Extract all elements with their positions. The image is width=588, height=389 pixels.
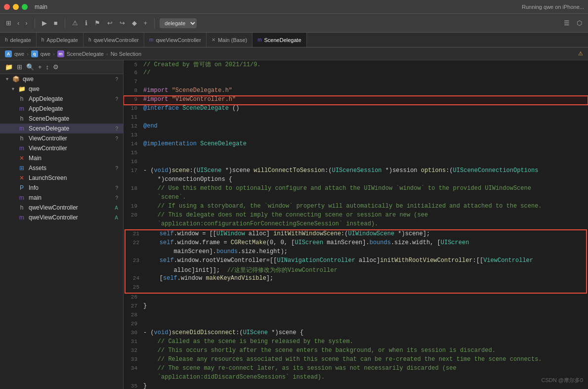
forward-icon[interactable]: ›	[23, 18, 29, 28]
sidebar-item-qwevc-h[interactable]: h qweViewController A	[0, 203, 123, 213]
sidebar-add-icon[interactable]: +	[38, 63, 42, 71]
grid-icon[interactable]: ⊞	[4, 18, 13, 28]
sidebar-sort-icon[interactable]: ↕	[46, 63, 49, 71]
sidebar-item-viewcontroller-m[interactable]: m ViewController	[0, 143, 123, 153]
line-content-26	[143, 294, 588, 301]
code-line-10: 10 @interface SceneDelegate ()	[124, 105, 588, 114]
line-num-12: 12	[124, 123, 143, 129]
tab-close-main[interactable]: ✕	[211, 37, 215, 43]
sidebar-header-icons: 📁 ⊞ 🔍 + ↕ ⚙	[5, 63, 59, 71]
qwe-folder-icon: 📁	[18, 86, 26, 92]
toolbar-sep-1	[35, 18, 35, 28]
sidebar-item-appdelegate-m[interactable]: m AppDelegate	[0, 104, 123, 114]
tab-qwevc-m[interactable]: m qweViewController	[144, 33, 207, 47]
line-content-31: // Called as the scene is being released…	[143, 338, 588, 345]
redo-icon[interactable]: ↪	[118, 18, 127, 28]
code-line-26: 26	[124, 294, 588, 303]
sidebar-item-main-m[interactable]: m main ?	[0, 193, 123, 203]
code-line-16: 16	[124, 158, 588, 167]
run-button[interactable]: ▶	[40, 18, 49, 28]
sidebar-item-scenedelegate-m[interactable]: m SceneDelegate ?	[0, 124, 123, 133]
tab-main-base[interactable]: ✕ Main (Base)	[207, 33, 252, 47]
sidebar-label-main-storyboard: Main	[29, 155, 118, 162]
sidebar-header: 📁 ⊞ 🔍 + ↕ ⚙	[0, 60, 123, 74]
warning-icon[interactable]: ⚠	[70, 18, 80, 28]
sidebar-item-appdelegate-h[interactable]: h AppDelegate ?	[0, 94, 123, 104]
breakpoint-icon[interactable]: ◆	[130, 18, 139, 28]
sidebar-q-6: ?	[115, 195, 118, 201]
line-content-22-cont: mainScreen].bounds.size.height);	[145, 248, 586, 255]
sidebar-item-main-storyboard[interactable]: ✕ Main	[0, 153, 123, 163]
line-content-9: #import "ViewController.h"	[143, 96, 588, 103]
sidebar-settings-icon[interactable]: ⚙	[53, 63, 59, 71]
sidebar-label-qwevc-h: qweViewController	[29, 204, 112, 211]
sidebar-icon-x-1: ✕	[18, 155, 26, 162]
sidebar-item-assets[interactable]: ⊞ Assets ?	[0, 163, 123, 173]
tab-appdelegate[interactable]: h AppDelegate	[37, 33, 84, 47]
minimize-button[interactable]	[13, 4, 19, 10]
sidebar-item-info[interactable]: P Info ?	[0, 183, 123, 193]
line-num-19: 19	[124, 203, 143, 209]
info-icon[interactable]: ℹ	[83, 18, 89, 28]
sidebar-icon-h-3: h	[18, 135, 26, 142]
sidebar-qwe-group[interactable]: ▼ 📁 qwe	[0, 84, 123, 94]
code-line-34: 34 // The scene may re-connect later, as…	[124, 365, 588, 374]
layout-icon[interactable]: ☰	[562, 18, 572, 28]
code-line-27: 27 }	[124, 303, 588, 311]
sidebar-filter-icon[interactable]: ⊞	[17, 63, 22, 71]
maximize-button[interactable]	[22, 4, 28, 10]
sidebar-item-launchscreen[interactable]: ✕ LaunchScreen	[0, 173, 123, 183]
line-content-35: }	[143, 383, 588, 389]
sidebar-project-group[interactable]: ▼ 📦 qwe ?	[0, 74, 123, 84]
code-line-15: 15	[124, 149, 588, 158]
line-content-19: // If using a storyboard, the `window` p…	[143, 203, 588, 210]
project-folder-icon: 📦	[12, 76, 20, 83]
code-line-35: 35 }	[124, 383, 588, 389]
code-line-11: 11	[124, 114, 588, 123]
breadcrumb-sep-1: ›	[27, 51, 29, 57]
main-content: 📁 ⊞ 🔍 + ↕ ⚙ ▼ 📦 qwe ? ▼ 📁 qwe h AppDeleg…	[0, 60, 588, 389]
top-bar: main Running qwe on iPhone...	[0, 0, 588, 14]
line-num-30: 30	[124, 330, 143, 336]
line-content-25	[145, 284, 586, 291]
line-content-32: // This occurs shortly after the scene e…	[143, 347, 588, 354]
add-icon[interactable]: +	[142, 18, 150, 28]
sidebar-label-viewcontroller-m: ViewController	[29, 145, 118, 152]
undo-icon[interactable]: ↩	[105, 18, 115, 28]
line-content-20-cont: `application:configurationForConnectingS…	[143, 220, 588, 227]
code-line-22: 22 self.window.frame = CGRectMake(0, 0, …	[126, 239, 586, 248]
tab-label-delegate: delegate	[10, 37, 31, 43]
line-num-25: 25	[126, 284, 145, 290]
scheme-selector[interactable]: delegate	[160, 18, 197, 28]
tab-scenedelegate[interactable]: m SceneDelegate	[252, 33, 307, 47]
line-content-17: - (void)scene:(UIScene *)scene willConne…	[143, 167, 588, 174]
back-icon[interactable]: ‹	[15, 18, 21, 28]
code-scroll-area[interactable]: 5 // Created by 曾可德 on 2021/11/9. 6 // 7…	[124, 60, 588, 389]
tab-qwevc-h[interactable]: h qweViewController	[84, 33, 144, 47]
code-line-31: 31 // Called as the scene is being relea…	[124, 338, 588, 347]
code-line-6: 6 //	[124, 69, 588, 78]
tab-delegate[interactable]: h delegate	[0, 33, 37, 47]
panel-icon[interactable]: ⬡	[575, 18, 584, 28]
sidebar-item-scenedelegate-h[interactable]: h SceneDelegate	[0, 114, 123, 124]
sidebar-qwe-label: qwe	[29, 86, 40, 92]
code-line-20-cont: `application:configurationForConnectingS…	[124, 220, 588, 229]
sidebar-search-icon[interactable]: 🔍	[26, 63, 34, 71]
tabs-bar: h delegate h AppDelegate h qweViewContro…	[0, 33, 588, 47]
sidebar-folder-icon[interactable]: 📁	[5, 63, 13, 71]
line-num-24: 24	[126, 275, 145, 281]
sidebar-item-viewcontroller-h[interactable]: h ViewController ?	[0, 133, 123, 143]
stop-button[interactable]: ■	[52, 18, 60, 28]
sidebar-icon-h-4: h	[18, 204, 26, 211]
tab-label-qwevc-m: qweViewController	[156, 37, 201, 43]
line-content-18: // Use this method to optionally configu…	[143, 185, 588, 192]
code-line-28: 28	[124, 311, 588, 320]
red-box-section: 21 self.window = [[UIWindow alloc] initW…	[125, 229, 587, 294]
line-num-5: 5	[124, 62, 143, 68]
close-button[interactable]	[4, 4, 10, 10]
sidebar-project-label: qwe	[23, 76, 34, 83]
line-num-6: 6	[124, 70, 143, 76]
bookmark-icon[interactable]: ⚑	[92, 18, 102, 28]
sidebar-item-qwevc-m[interactable]: m qweViewController A	[0, 213, 123, 222]
chevron-down-icon-2: ▼	[11, 86, 15, 91]
